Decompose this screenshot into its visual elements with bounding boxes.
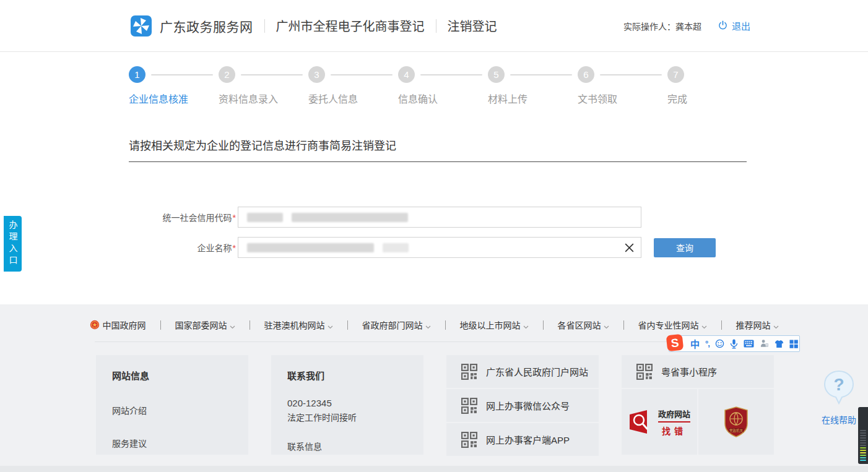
party-org-shield-icon: 党政机关 — [723, 406, 749, 437]
gdzwfw-logo-icon — [130, 15, 152, 37]
ime-keyboard-icon[interactable] — [744, 340, 754, 348]
svg-text:?: ? — [833, 375, 844, 394]
ime-punctuation-toggle[interactable]: °, — [705, 339, 710, 348]
footer-link-provincial-depts[interactable]: 省政府部门网站 — [362, 319, 431, 331]
footer-link-cities[interactable]: 地级以上市网站 — [460, 319, 529, 331]
step-label: 文书领取 — [578, 91, 667, 106]
footer-link-recommended[interactable]: 推荐网站 — [736, 319, 779, 331]
entry-tab[interactable]: 办理入口 — [4, 216, 22, 272]
qr-code-icon — [461, 364, 477, 380]
step-connector — [331, 74, 393, 75]
ime-skin-icon[interactable] — [775, 340, 784, 348]
step-label: 完成 — [667, 91, 687, 106]
footer-link-divider — [721, 320, 722, 330]
qr-code-icon — [461, 432, 477, 448]
step-connector — [600, 74, 662, 75]
service-suggestion-link[interactable]: 服务建议 — [112, 437, 232, 449]
footer-link-divider — [160, 320, 161, 330]
chevron-down-icon — [328, 321, 333, 331]
qr-item-wechat[interactable]: 网上办事微信公众号 — [446, 389, 599, 422]
horizontal-scrollbar-track[interactable] — [0, 466, 868, 472]
qr-item-gov-portal[interactable]: 广东省人民政府门户网站 — [446, 355, 599, 388]
ime-voice-icon[interactable] — [730, 339, 738, 349]
footer-link-hkmo[interactable]: 驻港澳机构网站 — [264, 319, 333, 331]
step-label: 委托人信息 — [308, 91, 398, 106]
step-label: 企业信息核准 — [129, 91, 219, 106]
error-report-icon — [628, 410, 653, 434]
step-circle: 2 — [219, 66, 235, 83]
error-badge-line1: 政府网站 — [658, 408, 690, 423]
company-name-input[interactable] — [238, 237, 641, 258]
ime-toolbox-icon[interactable] — [789, 340, 798, 348]
national-emblem-icon — [90, 320, 100, 330]
footer-link-provinces[interactable]: 各省区网站 — [558, 319, 609, 331]
chevron-down-icon — [701, 321, 707, 331]
footer-link-specialized[interactable]: 省内专业性网站 — [638, 319, 707, 331]
sogou-logo-icon: S — [666, 333, 684, 352]
query-button[interactable]: 查询 — [654, 238, 716, 257]
org-badge-label: 党政机关 — [729, 428, 744, 433]
page-instruction: 请按相关规定为企业的登记信息进行商事简易注销登记 — [129, 137, 747, 162]
site-info-pane: 网站信息 网站介绍 服务建议 — [96, 355, 248, 455]
header-divider — [436, 19, 436, 33]
required-asterisk: * — [233, 213, 236, 223]
party-org-badge[interactable]: 党政机关 — [698, 389, 774, 455]
footer-link-bar: 中国政府网 国家部委网站 驻港澳机构网站 省政府部门网站 地级以上市网站 各省区… — [0, 304, 868, 331]
contact-phone: 020-12345 — [287, 398, 407, 408]
footer-link-divider — [250, 320, 250, 330]
required-asterisk: * — [233, 243, 236, 253]
credit-code-label: 统一社会信用代码* — [129, 211, 238, 223]
step-connector — [420, 74, 482, 75]
footer-link-divider — [347, 320, 348, 330]
step-item-2: 2 资料信息录入 — [219, 66, 308, 106]
step-connector — [241, 74, 303, 75]
footer-link-divider — [543, 320, 544, 330]
online-help-label: 在线帮助 — [821, 413, 857, 426]
site-intro-link[interactable]: 网站介绍 — [112, 404, 232, 416]
qr-code-icon — [636, 364, 653, 380]
mini-program-column: 粤省事小程序 政府网站 找错 — [622, 355, 774, 456]
contact-phone-note: 法定工作时间接听 — [287, 411, 407, 423]
chevron-down-icon — [230, 321, 235, 331]
redacted-value — [247, 213, 283, 222]
footer: 中国政府网 国家部委网站 驻港澳机构网站 省政府部门网站 地级以上市网站 各省区… — [0, 304, 868, 466]
step-item-4: 4 信息确认 — [398, 66, 488, 106]
power-icon — [718, 20, 728, 31]
footer-link-gov-cn[interactable]: 中国政府网 — [90, 319, 146, 331]
logout-label: 退出 — [732, 19, 750, 32]
level-meter-widget[interactable] — [858, 407, 868, 464]
footer-link-divider — [445, 320, 446, 330]
step-label: 信息确认 — [398, 91, 488, 106]
qr-item-app[interactable]: 网上办事客户端APP — [446, 423, 599, 456]
online-help-button[interactable]: ? 在线帮助 — [821, 370, 857, 426]
site-brand: 广东政务服务网 — [160, 17, 253, 35]
company-name-label: 企业名称* — [129, 241, 238, 254]
sogou-ime-toolbar[interactable]: S 中 °, — [669, 335, 800, 352]
qr-links-column: 广东省人民政府门户网站 网上办事微信公众号 网上办事客户端APP — [446, 355, 599, 456]
svg-text:S: S — [671, 336, 680, 350]
step-circle: 4 — [398, 66, 415, 83]
step-circle: 3 — [308, 66, 325, 83]
qr-item-mini-program[interactable]: 粤省事小程序 — [622, 355, 774, 388]
header-right: 实际操作人：龚本超 退出 — [623, 19, 750, 32]
step-item-5: 5 材料上传 — [488, 66, 578, 106]
clear-input-icon[interactable] — [624, 242, 635, 253]
contact-pane: 联系我们 020-12345 法定工作时间接听 联系信息 — [271, 355, 423, 455]
main-content: 1 企业信息核准 2 资料信息录入 3 委托人信息 4 信息确认 5 材料上传 … — [0, 52, 868, 304]
ime-chinese-mode[interactable]: 中 — [690, 337, 700, 350]
logout-button[interactable]: 退出 — [718, 19, 750, 32]
form-row-credit-code: 统一社会信用代码* — [129, 207, 747, 228]
footer-link-divider — [623, 320, 624, 330]
deregistration-form: 统一社会信用代码* 企业名称* 查询 — [129, 207, 747, 258]
credit-code-input[interactable] — [238, 207, 641, 228]
footer-link-ministries[interactable]: 国家部委网站 — [175, 319, 235, 331]
step-circle: 5 — [488, 66, 505, 83]
ime-emoji-icon[interactable] — [715, 339, 724, 348]
error-report-badge[interactable]: 政府网站 找错 — [622, 389, 697, 455]
step-label: 材料上传 — [488, 91, 578, 106]
contact-info-link[interactable]: 联系信息 — [287, 440, 407, 452]
redacted-value — [247, 243, 374, 252]
qr-code-icon — [461, 398, 477, 414]
ime-handwriting-icon[interactable] — [760, 339, 769, 348]
footer-columns: 网站信息 网站介绍 服务建议 联系我们 020-12345 法定工作时间接听 联… — [96, 355, 868, 456]
